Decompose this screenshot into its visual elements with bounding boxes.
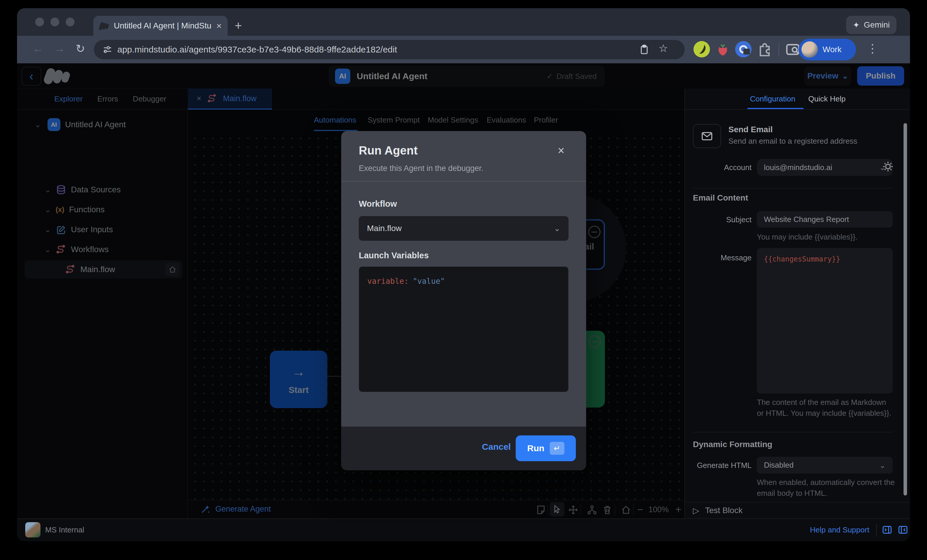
- divider: [693, 188, 893, 188]
- reload-icon[interactable]: ↻: [76, 42, 85, 55]
- mindstudio-app: ‹ AI Untitled AI Agent ✓Draft Saved Prev…: [17, 63, 910, 541]
- modal-subtitle: Execute this Agent in the debugger.: [359, 164, 483, 173]
- profile-label: Work: [822, 45, 842, 54]
- dynamic-formatting-heading: Dynamic Formatting: [693, 440, 772, 449]
- chevron-down-icon: ⌄: [554, 225, 560, 231]
- enter-key-icon: ↵: [550, 442, 564, 455]
- gear-icon[interactable]: [882, 161, 894, 172]
- modal-title: Run Agent: [359, 144, 418, 157]
- configuration-panel: Configuration Quick Help Send Email Send…: [684, 88, 910, 518]
- subject-label: Subject: [693, 215, 752, 224]
- subject-helper: You may include {{variables}}.: [757, 232, 895, 243]
- email-content-heading: Email Content: [693, 193, 748, 203]
- modal-footer: Cancel Run ↵: [341, 426, 586, 470]
- address-bar[interactable]: app.mindstudio.ai/agents/9937ce3e-b7e3-4…: [94, 40, 685, 59]
- run-button[interactable]: Run ↵: [516, 436, 576, 461]
- play-icon: ▷: [693, 506, 699, 516]
- workspace-name: MS Internal: [45, 525, 84, 534]
- account-label: Account: [693, 163, 752, 172]
- gemini-button[interactable]: ✦ Gemini: [846, 16, 897, 34]
- gemini-label: Gemini: [864, 20, 890, 30]
- tab-close-icon[interactable]: ×: [216, 21, 222, 31]
- launch-variables-label: Launch Variables: [359, 251, 429, 260]
- tab-favicon-icon: [99, 21, 109, 31]
- close-icon[interactable]: ×: [558, 144, 564, 157]
- sparkle-icon: ✦: [853, 20, 860, 30]
- browser-menu-icon[interactable]: ⋮: [866, 42, 878, 55]
- modal-backdrop[interactable]: [17, 63, 910, 88]
- account-select[interactable]: louis@mindstudio.ai⌄: [757, 159, 893, 176]
- browser-tab[interactable]: Untitled AI Agent | MindStudio ×: [93, 16, 228, 36]
- message-helper: The content of the email as Markdown or …: [757, 397, 895, 419]
- back-icon[interactable]: ←: [32, 42, 43, 55]
- run-label: Run: [527, 443, 544, 453]
- help-and-support-link[interactable]: Help and Support: [810, 525, 869, 534]
- browser-window: Untitled AI Agent | MindStudio × + ✦ Gem…: [17, 8, 910, 541]
- clipboard-icon[interactable]: [639, 44, 649, 55]
- launch-variables-editor[interactable]: variable:"value": [359, 267, 568, 392]
- modal-separator: [341, 181, 586, 182]
- status-bar: MS Internal Help and Support: [17, 518, 910, 541]
- extensions-puzzle-icon[interactable]: [756, 41, 773, 58]
- tab-configuration[interactable]: Configuration: [750, 94, 796, 103]
- tab-quick-help[interactable]: Quick Help: [808, 94, 845, 103]
- profile-avatar: [801, 41, 818, 58]
- message-textarea[interactable]: {{changesSummary}}: [757, 248, 893, 393]
- forward-icon[interactable]: →: [54, 42, 65, 55]
- extension-strawberry-icon[interactable]: [714, 41, 731, 58]
- mail-icon: [693, 124, 721, 148]
- bookmark-star-icon[interactable]: ☆: [659, 42, 668, 55]
- generate-html-select[interactable]: Disabled⌄: [757, 457, 893, 473]
- message-label: Message: [693, 253, 752, 263]
- subject-input[interactable]: Website Changes Report: [757, 211, 893, 228]
- cancel-button[interactable]: Cancel: [476, 442, 517, 452]
- statusbar-divider: [876, 524, 877, 536]
- panel-scrollbar[interactable]: [904, 123, 907, 495]
- panel-toggle-right-icon[interactable]: [881, 524, 893, 536]
- tab-title: Untitled AI Agent | MindStudio: [114, 21, 211, 30]
- generate-html-label: Generate HTML: [693, 461, 752, 470]
- extension-banana-icon[interactable]: [693, 41, 710, 58]
- url-text: app.mindstudio.ai/agents/9937ce3e-b7e3-4…: [117, 44, 397, 55]
- traffic-close-button[interactable]: [35, 18, 44, 26]
- run-agent-modal: Run Agent Execute this Agent in the debu…: [341, 131, 586, 470]
- panel-toggle-left-icon[interactable]: [897, 524, 909, 536]
- variable-key: variable:: [367, 277, 409, 285]
- extension-1password-icon[interactable]: [735, 41, 752, 58]
- site-settings-icon[interactable]: [102, 44, 112, 55]
- browser-toolbar: ← → ↻ app.mindstudio.ai/agents/9937ce3e-…: [17, 36, 910, 63]
- toolbar-divider: [778, 43, 779, 56]
- block-title: Send Email: [728, 125, 773, 134]
- panel-tabs: Configuration Quick Help: [685, 88, 910, 110]
- block-subtitle: Send an email to a registered address: [728, 137, 857, 146]
- test-block-label: Test Block: [705, 506, 743, 515]
- test-block-button[interactable]: ▷ Test Block: [685, 502, 910, 518]
- divider: [693, 432, 893, 433]
- generate-html-helper: When enabled, automatically convert the …: [757, 477, 895, 499]
- traffic-maximize-button[interactable]: [66, 18, 74, 26]
- variable-value: "value": [413, 277, 445, 285]
- workspace-avatar[interactable]: [25, 522, 41, 537]
- workflow-label: Workflow: [359, 199, 397, 209]
- traffic-minimize-button[interactable]: [50, 18, 59, 26]
- workflow-select[interactable]: Main.flow ⌄: [359, 216, 568, 241]
- chevron-down-icon: ⌄: [879, 462, 886, 468]
- active-tab-underline: [748, 108, 804, 109]
- new-tab-button[interactable]: +: [235, 20, 242, 32]
- browser-tab-strip: Untitled AI Agent | MindStudio × + ✦ Gem…: [17, 8, 910, 36]
- profile-button[interactable]: Work: [798, 39, 856, 61]
